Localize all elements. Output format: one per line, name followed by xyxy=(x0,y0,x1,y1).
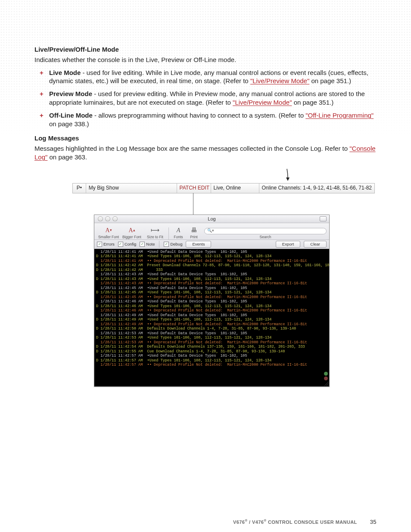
heading-log: Log Messages xyxy=(34,134,377,143)
arrow-icon xyxy=(284,168,291,183)
smaller-font-button[interactable]: A▾ Smaller Font xyxy=(97,227,120,240)
errors-checkbox[interactable]: ✓Errors xyxy=(97,242,115,247)
print-button[interactable]: 🖶 Print xyxy=(186,227,202,240)
debug-checkbox[interactable]: ✓Debug xyxy=(164,242,182,247)
log-line: 1/28/11 11:42:41 AM •Used Default Data D… xyxy=(96,250,327,254)
log-line: 1/28/11 11:42:53 AM •Used Default Data D… xyxy=(96,331,327,336)
log-line: 1/28/11 11:42:45 AM •Used Default Data D… xyxy=(96,286,327,290)
fonts-label: Fonts xyxy=(174,235,183,240)
search-input[interactable]: 🔍▾ xyxy=(204,228,327,234)
text-log-b: on page 363. xyxy=(47,153,87,161)
text-log-a: Messages highlighted in the Log Message … xyxy=(34,145,349,152)
fonts-button[interactable]: A Fonts xyxy=(171,227,186,240)
log-window: Log A▾ Smaller Font A▴ Bigger Font ⟼ Siz… xyxy=(94,215,330,387)
log-line: D 1/28/11 11:42:53 AM •Used Types 101-10… xyxy=(96,336,327,340)
status-bullet: P• xyxy=(73,184,86,193)
expand-icon[interactable] xyxy=(320,216,327,221)
status-show-name: My Big Show xyxy=(86,184,177,193)
link-live-preview-2[interactable]: "Live/Preview Mode" xyxy=(233,99,292,106)
clear-button[interactable]: Clear xyxy=(304,241,327,248)
text-offline-a: - allows preprogramming without having t… xyxy=(93,112,305,119)
filter-separator xyxy=(159,241,159,248)
log-filter-bar: ✓Errors ✓Config ✓Note ✓Debug Events Expo… xyxy=(94,240,329,249)
link-live-preview-1[interactable]: "Live/Preview Mode" xyxy=(250,77,309,84)
log-line: 1/28/11 11:42:43 AM •Used Default Data D… xyxy=(96,272,327,277)
export-button[interactable]: Export xyxy=(276,241,300,248)
scroll-dot-icon xyxy=(324,372,328,376)
text-offline-b: on page 338.) xyxy=(49,120,89,128)
status-patch-edit: PATCH EDIT xyxy=(177,184,211,193)
minimize-icon[interactable] xyxy=(105,216,110,221)
heading-modes: Live/Preview/Off-Line Mode xyxy=(34,45,377,54)
para-log: Messages highlighted in the Log Message … xyxy=(34,144,377,162)
config-checkbox[interactable]: ✓Config xyxy=(118,242,136,247)
zoom-icon[interactable] xyxy=(112,216,118,221)
smaller-font-icon: A▾ xyxy=(105,227,112,234)
log-line: D 1/28/11 11:42:57 AM •Used Types 101-10… xyxy=(96,358,327,363)
term-offline: Off-Line Mode xyxy=(49,112,93,119)
footer-prod-a: V676 xyxy=(233,520,245,525)
scroll-indicator[interactable] xyxy=(323,250,329,380)
log-line: D 1/28/11 11:42:45 AM •Used Types 101-10… xyxy=(96,290,327,295)
note-label: Note xyxy=(146,242,155,247)
intro-modes: Indicates whether the console is in the … xyxy=(34,56,377,64)
log-line: 1/28/11 11:42:57 AM •Used Default Data D… xyxy=(96,354,327,358)
log-line: 1/28/11 11:42:57 AM •• Deprecated Profil… xyxy=(96,363,327,367)
status-bar: P• My Big Show PATCH EDIT Live, Online O… xyxy=(72,183,375,193)
log-line: D 1/28/11 11:42:42 AM Preset Download Ch… xyxy=(96,263,327,268)
footer-prod-b: V476 xyxy=(252,520,264,525)
window-traffic-lights[interactable] xyxy=(98,216,118,221)
search-field-wrap: 🔍▾ Search xyxy=(204,228,327,240)
list-item-offline: Off-Line Mode - allows preprogramming wi… xyxy=(49,111,377,128)
page-content: Live/Preview/Off-Line Mode Indicates whe… xyxy=(34,45,377,166)
print-icon: 🖶 xyxy=(191,227,197,234)
smaller-font-label: Smaller Font xyxy=(98,235,119,240)
log-line: D 1/28/11 11:42:54 AM Defaults Download … xyxy=(96,345,327,349)
text-live-b: on page 351.) xyxy=(309,77,351,84)
log-line: 1/28/11 11:42:43 AM •• Deprecated Profil… xyxy=(96,281,327,286)
log-line: D 1/28/11 11:42:49 AM •Used Types 101-10… xyxy=(96,317,327,322)
list-item-live: Live Mode - used for live editing. While… xyxy=(49,68,377,86)
toolbar-separator xyxy=(168,227,169,240)
callout-line xyxy=(193,193,193,215)
footer-product: V676® / V476® CONTROL CONSOLE USER MANUA… xyxy=(233,519,357,525)
log-line: 1/28/11 11:42:46 AM •Used Default Data D… xyxy=(96,299,327,304)
log-line: D 1/28/11 11:42:41 AM •Used Types 101-10… xyxy=(96,254,327,258)
status-mode: Live, Online xyxy=(211,184,259,193)
checkbox-icon: ✓ xyxy=(140,242,145,247)
mode-list: Live Mode - used for live editing. While… xyxy=(34,68,377,128)
log-body[interactable]: 1/28/11 11:42:41 AM •Used Default Data D… xyxy=(94,249,329,386)
close-icon[interactable] xyxy=(98,216,103,221)
size-to-fit-label: Size to Fit xyxy=(147,235,163,240)
text-preview-b: on page 351.) xyxy=(292,99,333,106)
bigger-font-icon: A▴ xyxy=(128,227,135,234)
bigger-font-label: Bigger Font xyxy=(122,235,141,240)
print-label: Print xyxy=(190,235,197,240)
term-live: Live Mode xyxy=(49,69,81,76)
list-item-preview: Preview Mode - used for preview editing.… xyxy=(49,90,377,107)
reg-icon: ® xyxy=(245,519,247,523)
log-line: D 1/28/11 11:42:55 AM Cue Download Chann… xyxy=(96,349,327,354)
log-line: 1/28/11 11:42:49 AM •• Deprecated Profil… xyxy=(96,322,327,327)
log-line: 1/28/11 11:42:46 AM •• Deprecated Profil… xyxy=(96,308,327,313)
term-preview: Preview Mode xyxy=(49,90,92,97)
footer-label: CONTROL CONSOLE USER MANUAL xyxy=(267,520,357,525)
note-checkbox[interactable]: ✓Note xyxy=(140,242,155,247)
page-footer: V676® / V476® CONTROL CONSOLE USER MANUA… xyxy=(34,518,377,526)
resize-handle-icon[interactable] xyxy=(324,381,329,386)
log-line: 1/28/11 11:42:49 AM •Used Default Data D… xyxy=(96,313,327,317)
debug-label: Debug xyxy=(170,242,182,247)
size-to-fit-icon: ⟼ xyxy=(151,227,159,234)
log-line: D 1/28/11 11:42:50 AM Defaults Download … xyxy=(96,327,327,331)
status-channels: Online Channels: 1-4, 9-12, 41-48, 51-66… xyxy=(259,184,375,193)
events-button[interactable]: Events xyxy=(186,241,211,248)
log-titlebar[interactable]: Log xyxy=(94,215,329,223)
bigger-font-button[interactable]: A▴ Bigger Font xyxy=(120,227,143,240)
log-line: D 1/28/11 11:42:43 AM •Used Types 101-10… xyxy=(96,277,327,281)
page-number: 35 xyxy=(370,518,377,526)
checkbox-icon: ✓ xyxy=(118,242,123,247)
size-to-fit-button[interactable]: ⟼ Size to Fit xyxy=(143,227,167,240)
log-line: 1/28/11 11:42:53 AM •• Deprecated Profil… xyxy=(96,340,327,345)
link-offline-prog[interactable]: "Off-Line Programming" xyxy=(305,112,374,119)
checkbox-icon: ✓ xyxy=(97,242,102,247)
